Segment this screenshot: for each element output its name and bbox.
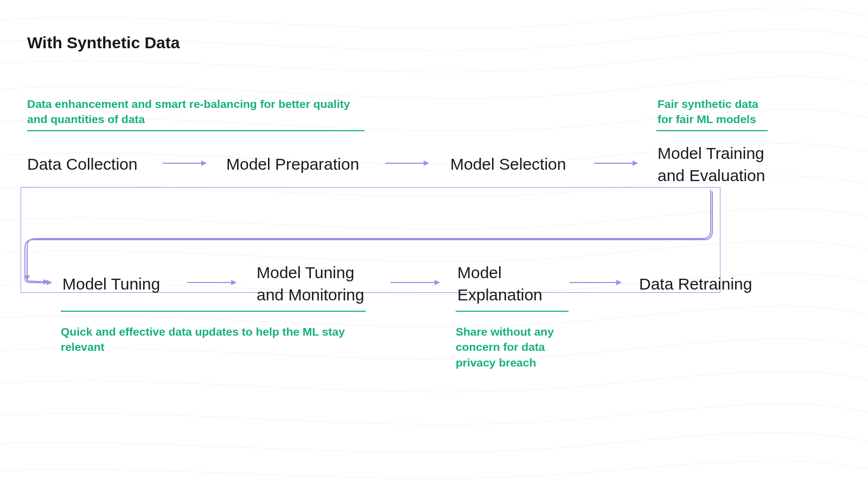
arrow-1-2 — [163, 163, 206, 164]
stage-model-preparation: Model Preparation — [226, 153, 359, 176]
stage-data-collection: Data Collection — [27, 153, 137, 176]
arrow-3-4 — [594, 163, 637, 164]
annotation-underline-3 — [61, 311, 366, 312]
annotation-underline-2 — [656, 130, 768, 131]
annotation-data-enhancement: Data enhancement and smart re-balancing … — [27, 97, 363, 127]
annotation-share-privacy: Share without any concern for data priva… — [456, 324, 564, 370]
diagram-title: With Synthetic Data — [27, 34, 180, 52]
annotation-fair-synthetic: Fair synthetic data for fair ML models — [658, 97, 771, 127]
stage-model-training-evaluation: Model Training and Evaluation — [658, 143, 765, 187]
svg-marker-4 — [47, 280, 52, 285]
annotation-quick-updates: Quick and effective data updates to help… — [61, 324, 354, 355]
arrow-2-3 — [385, 163, 429, 164]
stage-model-selection: Model Selection — [450, 153, 566, 176]
annotation-underline-4 — [456, 311, 569, 312]
connector-main — [21, 187, 722, 291]
annotation-underline-1 — [27, 130, 365, 131]
